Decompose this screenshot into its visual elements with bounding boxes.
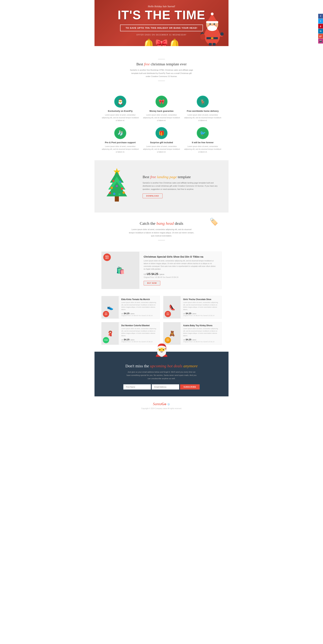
svg-point-33 — [122, 192, 125, 194]
divider-top — [158, 59, 165, 59]
hero-cta-box: TO SAVE UPTO 75% THIS HOLIDAY OR BANG YO… — [120, 24, 203, 31]
product-name-3: Dui Nombor Colorful Blanket — [121, 324, 157, 327]
svg-point-34 — [109, 192, 111, 194]
feature-item-5: 🎁 Surprise gift included Lorem ipsum dol… — [143, 127, 180, 154]
svg-point-26 — [112, 180, 114, 182]
feature-icon-5: 🎁 — [155, 127, 168, 139]
subscribe-button[interactable]: SUBSCRIBE — [180, 384, 200, 390]
newsletter-title: Don't miss the upcoming hot deals anymor… — [101, 364, 222, 368]
svg-point-12 — [207, 26, 217, 31]
featured-product-image: 🛍️ 60% OFF — [101, 252, 139, 289]
feature-desc-5: Lorem ipsum dolor sit amet, consectetur … — [143, 145, 180, 154]
tree-section-title: Best free landing page template — [143, 175, 222, 179]
feature-desc-6: Lorem ipsum dolor sit amet, consectetur … — [184, 145, 222, 154]
featured-product-description: Lorem ipsum dolor sit amet, consectetur … — [144, 260, 217, 270]
products-grid: 👟 $19OFF Elda Kintu Tomato Na Morich Lor… — [101, 296, 222, 345]
product-price-3: US $4.25 / piece — [121, 338, 157, 341]
feature-title-3: Free worldwide home delivery — [184, 110, 222, 112]
feature-title-2: Money back guarantee — [143, 110, 180, 112]
tree-illustration — [101, 167, 136, 206]
feature-icon-1: 🎅 — [114, 96, 126, 108]
santa-illustration — [199, 12, 225, 46]
featured-product-info: Christmas Special Girls Shoe Dui Din O T… — [139, 252, 222, 289]
feature-desc-4: Lorem ipsum dolor sit amet, consectetur … — [101, 145, 139, 154]
footer: SantaGo ❄️ Copyright © 2024 Company name… — [94, 396, 229, 413]
product-original-3: Original Price: US $8.49 You Saved US $4… — [121, 341, 157, 342]
about-section: Best free christmas template ever SantaG… — [94, 46, 229, 90]
featured-product-price: US US $4.25 / piece — [144, 272, 217, 276]
footer-logo: SantaGo ❄️ — [101, 402, 222, 406]
product-name-4: Azaira Baby Toy Kinley Dhora — [183, 324, 219, 327]
product-desc-4: Lorem ipsum dolor sit amet, consectetur … — [183, 328, 219, 337]
product-card-image-3: 🧣 FREE — [101, 322, 119, 344]
feature-item-6: 🐦 It will be free forever Lorem ipsum do… — [184, 127, 222, 154]
feature-title-6: It will be free forever — [184, 141, 222, 144]
svg-point-30 — [121, 188, 123, 190]
deals-section: 🏷️ Catch the bang head deals Lorem ipsum… — [94, 212, 229, 248]
hero-subtitle: HoHo Holiday Sale Started! — [101, 5, 222, 8]
features-grid: 🎅 Exclusively on EvenFly Lorem ipsum dol… — [101, 96, 222, 154]
featured-product: 🛍️ 60% OFF Christmas Special Girls Shoe … — [101, 252, 222, 289]
product-card-info-4: Azaira Baby Toy Kinley Dhora Lorem ipsum… — [181, 322, 222, 344]
product-price-1: US $4.25 / piece — [121, 312, 157, 315]
svg-point-31 — [113, 192, 115, 195]
product-original-2: Original Price: US $8.49 You Saved US $4… — [183, 315, 219, 316]
deals-divider — [158, 240, 165, 240]
svg-point-32 — [118, 193, 120, 195]
feature-desc-1: Lorem ipsum dolor sit amet, consectetur … — [101, 114, 139, 122]
newsletter-form: SUBSCRIBE — [101, 384, 222, 390]
feature-item-2: 🎀 Money back guarantee Lorem ipsum dolor… — [143, 96, 180, 122]
product-badge-3: FREE — [103, 337, 109, 343]
product-price-2: US $4.25 / piece — [183, 312, 219, 315]
feature-item-3: 🦌 Free worldwide home delivery Lorem ips… — [184, 96, 222, 122]
feature-title-1: Exclusively on EvenFly — [101, 110, 139, 112]
first-name-input[interactable] — [123, 384, 151, 390]
feature-icon-3: 🦌 — [197, 96, 209, 108]
product-card-image-2: 👠 30%OFF — [163, 296, 181, 318]
featured-product-badge: 60% OFF — [103, 254, 111, 261]
product-desc-2: Lorem ipsum dolor sit amet, consectetur … — [183, 302, 219, 311]
product-name-2: Girls' Pocha Chocolate Shoe — [183, 298, 219, 300]
about-title: Best free christmas template ever — [105, 62, 218, 66]
product-card-4: 🧸 50%OFF Azaira Baby Toy Kinley Dhora Lo… — [163, 322, 222, 345]
deals-description: Lorem ipsum dolor sit amet, consectetur … — [129, 228, 194, 238]
product-card-info-1: Elda Kintu Tomato Na Morich Lorem ipsum … — [119, 296, 160, 318]
svg-rect-18 — [213, 43, 216, 46]
product-card-info-3: Dui Nombor Colorful Blanket Lorem ipsum … — [119, 322, 160, 344]
feature-title-4: Pre & Post purchase support — [101, 141, 139, 144]
product-card-2: 👠 30%OFF Girls' Pocha Chocolate Shoe Lor… — [163, 296, 222, 319]
featured-product-name: Christmas Special Girls Shoe Dui Din O T… — [144, 255, 217, 258]
product-desc-1: Lorem ipsum dolor sit amet, consectetur … — [121, 302, 157, 311]
feature-icon-2: 🎀 — [155, 96, 168, 108]
featured-product-original-price: Original Price: US $8.49 You Saved US $4… — [144, 276, 217, 278]
tree-section-description: SantaGo is another free Christmas sales … — [143, 181, 222, 191]
hero-section: HoHo Holiday Sale Started! IT'S THE TIME… — [94, 0, 229, 46]
about-description: SantaGo is another free Bootstrap HTML C… — [129, 68, 194, 78]
footer-logo-icon: ❄️ — [167, 403, 170, 406]
buy-now-button[interactable]: BUY NOW — [144, 281, 160, 286]
svg-rect-25 — [115, 196, 119, 202]
svg-rect-2 — [211, 37, 213, 39]
product-price-4: US $4.25 / piece — [183, 338, 219, 341]
divider-bottom — [158, 81, 165, 81]
svg-point-19 — [200, 34, 205, 40]
product-name-1: Elda Kintu Tomato Na Morich — [121, 298, 157, 300]
feature-item-1: 🎅 Exclusively on EvenFly Lorem ipsum dol… — [101, 96, 139, 122]
svg-point-28 — [110, 186, 113, 189]
download-button[interactable]: DOWNLOAD — [143, 194, 163, 198]
feature-icon-4: 🧦 — [114, 127, 126, 139]
svg-point-29 — [116, 185, 118, 187]
footer-logo-go: Go — [161, 402, 166, 406]
product-card-3: 🧣 FREE Dui Nombor Colorful Blanket Lorem… — [101, 322, 160, 345]
product-original-4: Original Price: US $8.49 You Saved US $4… — [183, 341, 219, 342]
svg-rect-5 — [206, 21, 218, 23]
email-input[interactable] — [152, 384, 179, 390]
svg-line-20 — [202, 34, 203, 34]
bells-decoration: 🔔🎀🔔 — [142, 38, 181, 46]
feature-desc-2: Lorem ipsum dolor sit amet, consectetur … — [143, 114, 180, 122]
svg-rect-17 — [209, 43, 212, 46]
santa-top-decoration: 🎅 — [154, 343, 169, 357]
tree-content: Best free landing page template SantaGo … — [136, 175, 222, 198]
svg-point-27 — [119, 181, 121, 183]
feature-title-5: Surprise gift included — [143, 141, 180, 144]
